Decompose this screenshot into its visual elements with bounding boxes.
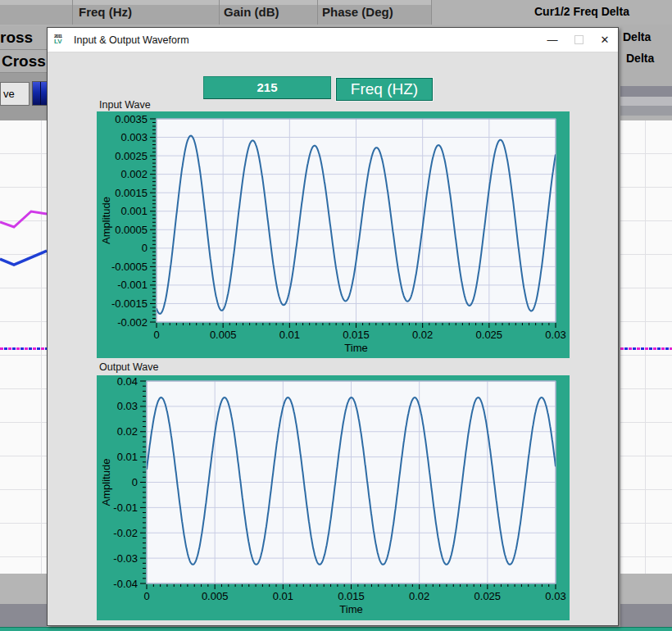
svg-text:0: 0: [142, 242, 148, 254]
svg-text:Time: Time: [344, 342, 367, 354]
svg-text:0: 0: [143, 590, 149, 602]
svg-text:0.03: 0.03: [117, 400, 138, 412]
svg-text:-0.04: -0.04: [113, 578, 138, 590]
background-band: [620, 574, 672, 604]
header-separator: [72, 0, 73, 25]
svg-text:0: 0: [132, 476, 138, 488]
input-wave-plot[interactable]: 00.0050.010.0150.020.0250.030.00350.0030…: [97, 111, 570, 358]
svg-text:0.003: 0.003: [120, 131, 148, 143]
svg-text:0.0025: 0.0025: [115, 150, 148, 162]
window-title: Input & Output Waveform: [74, 34, 189, 46]
svg-text:-0.001: -0.001: [117, 279, 148, 291]
header-separator: [431, 0, 432, 25]
svg-text:Time: Time: [339, 603, 362, 615]
input-wave-chart[interactable]: 00.0050.010.0150.020.0250.030.00350.0030…: [97, 111, 570, 358]
minimize-button[interactable]: —: [539, 28, 565, 52]
svg-text:0.02: 0.02: [409, 590, 429, 602]
header-separator: [219, 0, 220, 25]
waveform-window: 2011 LV Input & Output Waveform — ✕ 215 …: [47, 27, 619, 626]
svg-text:0.02: 0.02: [117, 425, 138, 438]
svg-text:-0.01: -0.01: [113, 502, 138, 514]
maximize-button[interactable]: [565, 28, 592, 52]
freq-unit-label: Freq (HZ): [336, 78, 433, 101]
svg-text:Amplitude: Amplitude: [100, 459, 112, 506]
svg-text:0.01: 0.01: [279, 329, 300, 341]
svg-text:0.03: 0.03: [545, 329, 565, 341]
header-separator: [317, 0, 318, 25]
svg-text:-0.03: -0.03: [113, 552, 138, 565]
screen: Freq (Hz) Gain (dB) Phase (Deg) Cur1/2 F…: [0, 0, 672, 631]
svg-text:0.03: 0.03: [545, 590, 565, 602]
svg-text:0.01: 0.01: [117, 451, 138, 463]
labview-icon: 2011 LV: [54, 34, 69, 46]
background-curves: [0, 209, 47, 270]
svg-text:0.01: 0.01: [273, 590, 293, 602]
input-wave-title: Input Wave: [99, 99, 151, 111]
output-wave-title: Output Wave: [99, 361, 159, 373]
background-panel: ve: [0, 73, 47, 120]
svg-text:0.0035: 0.0035: [115, 113, 148, 125]
background-dashed-cursor: [0, 347, 47, 350]
background-band: [620, 97, 672, 106]
svg-text:0.002: 0.002: [120, 168, 148, 180]
svg-text:-0.0005: -0.0005: [111, 261, 148, 273]
output-wave-chart[interactable]: 00.0050.010.0150.020.0250.030.040.030.02…: [97, 375, 570, 620]
svg-text:-0.0015: -0.0015: [111, 297, 148, 310]
svg-text:0.04: 0.04: [117, 375, 138, 388]
output-wave-plot[interactable]: 00.0050.010.0150.020.0250.030.040.030.02…: [97, 375, 570, 620]
close-button[interactable]: ✕: [592, 28, 618, 52]
svg-text:0.005: 0.005: [210, 329, 237, 341]
title-bar[interactable]: 2011 LV Input & Output Waveform — ✕: [48, 28, 618, 52]
background-band: [620, 86, 672, 97]
svg-text:0.02: 0.02: [412, 329, 433, 341]
background-band: [620, 604, 672, 628]
row-label-cross-2: Cross: [0, 50, 47, 73]
svg-text:0.005: 0.005: [202, 590, 229, 602]
svg-text:0: 0: [153, 329, 159, 341]
row-label-cross-1: ross: [0, 26, 47, 50]
partial-button[interactable]: ve: [0, 82, 30, 106]
svg-text:0.0005: 0.0005: [115, 224, 148, 236]
row-label-delta-2: Delta: [626, 52, 654, 65]
background-band: [620, 106, 672, 116]
freq-value-display[interactable]: 215: [203, 76, 331, 99]
column-header-freq: Freq (Hz): [79, 5, 132, 19]
cur-freq-delta-label: Cur1/2 Freq Delta: [534, 5, 629, 18]
background-panel-right: Delta Delta: [620, 25, 672, 86]
background-band: [0, 604, 47, 628]
svg-text:0.015: 0.015: [338, 590, 365, 602]
svg-text:-0.02: -0.02: [113, 527, 138, 539]
row-label-delta-1: Delta: [623, 30, 651, 43]
svg-text:0.025: 0.025: [476, 329, 503, 341]
background-band: [0, 574, 47, 604]
svg-text:0.015: 0.015: [343, 329, 370, 341]
column-header-phase: Phase (Deg): [322, 5, 393, 19]
background-dashed-cursor: [620, 347, 672, 350]
bottom-teal-bar: [0, 627, 672, 631]
svg-text:-0.002: -0.002: [117, 316, 148, 329]
svg-text:0.025: 0.025: [474, 590, 502, 602]
svg-text:Amplitude: Amplitude: [100, 197, 112, 244]
column-header-gain: Gain (dB): [224, 5, 279, 19]
maximize-icon: [574, 35, 583, 44]
svg-text:0.001: 0.001: [120, 205, 148, 217]
svg-text:0.0015: 0.0015: [115, 187, 148, 199]
